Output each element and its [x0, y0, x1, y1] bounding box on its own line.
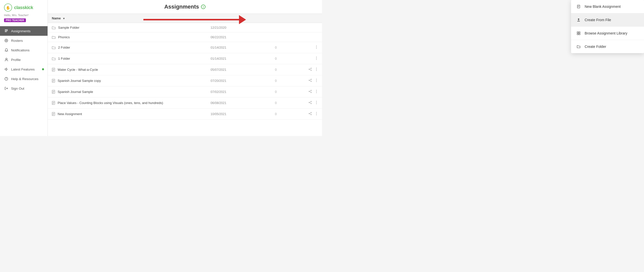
svg-point-14 [316, 59, 317, 60]
bell-icon [4, 48, 9, 52]
megaphone-icon [4, 67, 9, 71]
table-cell-actions [293, 86, 322, 97]
classkick-logo-icon: ✋ [4, 4, 12, 12]
svg-point-38 [309, 102, 310, 103]
svg-point-37 [311, 101, 312, 102]
svg-point-21 [316, 70, 317, 71]
svg-point-10 [316, 47, 317, 48]
table-cell-date: 07/02/2021 [207, 86, 259, 97]
row-name-text: 2 Folder [58, 46, 70, 49]
row-name-text: 1 Folder [58, 57, 70, 60]
table-cell-date: 05/07/2021 [207, 64, 259, 75]
assignments-table: Name ▼ Sample Folder12/21/2020Phonics06/… [48, 14, 322, 120]
table-cell-name[interactable]: 1 Folder [48, 53, 207, 64]
user-info: Hello, Mrs. Teacher! PRO TEACHER [0, 14, 48, 25]
table-cell-name[interactable]: Sample Folder [48, 23, 207, 32]
svg-point-6 [6, 58, 7, 60]
more-options-button[interactable] [315, 78, 318, 83]
table-cell-count [259, 23, 293, 32]
sidebar-item-notifications-label: Notifications [11, 48, 30, 52]
table-cell-count: 0 [259, 64, 293, 75]
row-name-text: Spanish Journal Sample copy [58, 79, 101, 83]
sidebar-item-help-resources[interactable]: ? Help & Resources [0, 74, 48, 84]
folder-row-icon [52, 36, 56, 39]
table-row: Phonics06/22/2021 [48, 32, 322, 42]
svg-point-16 [311, 68, 312, 69]
more-options-button[interactable] [315, 45, 318, 50]
doc-row-icon [52, 79, 55, 83]
share-button[interactable] [307, 78, 313, 83]
svg-point-9 [316, 46, 317, 46]
svg-point-17 [309, 69, 310, 70]
table-row: 1 Folder01/14/20210 [48, 53, 322, 64]
help-icon: ? [4, 77, 9, 81]
sidebar-item-assignments[interactable]: Assignments [0, 26, 48, 36]
share-button[interactable] [307, 100, 313, 106]
sidebar-item-sign-out-label: Sign Out [11, 87, 24, 90]
svg-point-46 [311, 114, 312, 115]
table-cell-count: 0 [259, 97, 293, 109]
svg-rect-3 [5, 30, 8, 31]
table-cell-name[interactable]: New Assignment [48, 109, 207, 120]
red-arrow [143, 15, 246, 24]
table-cell-name[interactable]: Spanish Journal Sample [48, 86, 207, 97]
more-options-button[interactable] [315, 100, 318, 106]
more-options-button[interactable] [315, 89, 318, 94]
svg-point-12 [316, 57, 317, 57]
more-options-button[interactable] [315, 111, 318, 117]
arrow-line [143, 19, 239, 20]
sidebar-item-profile[interactable]: Profile [0, 55, 48, 64]
table-cell-count: 0 [259, 86, 293, 97]
more-options-button[interactable] [315, 67, 318, 72]
doc-row-icon [52, 68, 55, 72]
table-row: Water Cycle - What-a-Cycle05/07/20210 [48, 64, 322, 75]
table-cell-name[interactable]: Phonics [48, 32, 207, 42]
table-row: 2 Folder01/14/20210 [48, 42, 322, 53]
table-row: Spanish Journal Sample copy07/20/20210 [48, 75, 322, 86]
table-cell-name[interactable]: Water Cycle - What-a-Cycle [48, 64, 207, 75]
info-icon[interactable]: i [201, 5, 206, 9]
sidebar-item-notifications[interactable]: Notifications [0, 45, 48, 55]
sidebar-item-rosters[interactable]: Rosters [0, 36, 48, 45]
sidebar-item-latest-features[interactable]: Latest Features [0, 64, 48, 74]
table-cell-name[interactable]: 2 Folder [48, 42, 207, 53]
share-button[interactable] [307, 67, 313, 72]
svg-point-40 [316, 101, 317, 102]
share-button[interactable] [307, 89, 313, 94]
table-cell-count: 0 [259, 109, 293, 120]
svg-point-44 [311, 112, 312, 113]
sort-icon: ▼ [63, 17, 65, 20]
logo-container: ✋ classkick [0, 0, 48, 14]
svg-point-24 [309, 80, 310, 81]
sidebar-item-sign-out[interactable]: Sign Out [0, 84, 48, 93]
svg-rect-2 [5, 29, 8, 30]
arrow-head [239, 15, 246, 24]
svg-point-39 [311, 103, 312, 104]
table-cell-date: 07/20/2021 [207, 75, 259, 86]
table-cell-date: 06/08/2021 [207, 97, 259, 109]
svg-point-23 [311, 79, 312, 80]
table-cell-actions [293, 75, 322, 86]
share-button[interactable] [307, 111, 313, 117]
doc-row-icon [52, 101, 55, 105]
svg-point-35 [316, 92, 317, 93]
svg-point-32 [311, 92, 312, 93]
svg-point-5 [5, 39, 8, 42]
table-cell-actions [293, 109, 322, 120]
table-cell-name[interactable]: Place Values - Counting Blocks using Vis… [48, 97, 207, 109]
svg-text:?: ? [6, 78, 7, 80]
table-cell-actions [293, 97, 322, 109]
page-title: Assignments i [164, 4, 206, 10]
col-count-header [259, 14, 293, 23]
sidebar-item-profile-label: Profile [11, 58, 21, 62]
profile-icon [4, 58, 9, 62]
table-cell-count: 0 [259, 53, 293, 64]
svg-point-19 [316, 68, 317, 69]
table-cell-date: 01/14/2021 [207, 53, 259, 64]
signout-icon [4, 86, 9, 90]
table-cell-actions [293, 32, 322, 42]
more-options-button[interactable] [315, 56, 318, 61]
row-name-text: Phonics [58, 35, 70, 39]
table-cell-name[interactable]: Spanish Journal Sample copy [48, 75, 207, 86]
sidebar-nav: Assignments Rosters Notifications Profil… [0, 25, 48, 136]
